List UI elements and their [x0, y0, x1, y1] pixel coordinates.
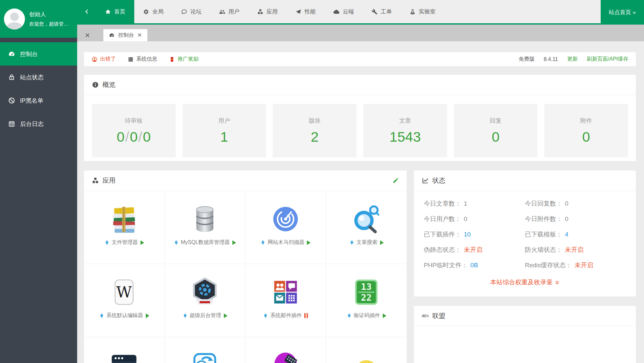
app-name: 系统默认编辑器 — [106, 312, 143, 319]
avatar[interactable] — [4, 9, 25, 30]
topnav-item-apps[interactable]: 应用 — [248, 0, 287, 23]
play-icon — [383, 313, 386, 318]
app-cell-trojan-scanner[interactable]: 网站木马扫描器 — [246, 191, 326, 264]
jian-icon: 简 — [190, 350, 220, 363]
sidebar-item-admin-log[interactable]: 后台日志 — [0, 112, 77, 135]
topnav-item-home[interactable]: 首页 — [96, 0, 134, 23]
cubes-icon — [92, 177, 99, 184]
play-icon — [146, 313, 149, 318]
plug-icon — [260, 240, 266, 245]
card-label: 附件 — [544, 117, 628, 125]
status-label: 今日用户数： — [424, 215, 461, 223]
card-value: 0 — [544, 129, 628, 145]
app-cell-file-manager[interactable]: 文件管理器 — [84, 191, 165, 264]
status-panel-header: 状态 — [414, 171, 636, 191]
edit-apps-button[interactable] — [393, 177, 399, 184]
overview-title: 概览 — [102, 80, 116, 89]
tab-console[interactable]: 控制台 — [103, 29, 147, 41]
status-item-firewall: 防火墙状态：未开启 — [525, 246, 626, 254]
status-value[interactable]: 10 — [464, 231, 471, 238]
topnav-item-label: 用户 — [228, 8, 240, 15]
sidebar-item-console[interactable]: 控制台 — [0, 42, 77, 66]
site-home-button[interactable]: 站点首页 » — [601, 0, 644, 25]
ad-icon: AD — [422, 313, 429, 319]
card-label: 用户 — [182, 117, 266, 125]
toolbar-link-promo-reward[interactable]: 推广奖励 — [169, 56, 199, 63]
apps-panel-header: 应用 — [84, 171, 407, 191]
flask-icon — [410, 9, 416, 15]
status-item-php-temp: PHP临时文件：0B — [424, 261, 525, 270]
topnav-item-cloud[interactable]: 云端 — [325, 0, 363, 23]
overview-card-users[interactable]: 用户1 — [182, 104, 266, 157]
app-cell-default-editor[interactable]: W系统默认编辑器 — [84, 264, 165, 337]
calendar-icon — [8, 120, 15, 127]
toolbar-link-system-info[interactable]: 系统信息 — [128, 56, 157, 63]
topnav-item-forum[interactable]: 论坛 — [172, 0, 210, 23]
status-value: 0 — [565, 200, 569, 207]
overview-card-pending-review[interactable]: 待审核0/0/0 — [92, 104, 176, 157]
app-label-row: MySQL数据库管理器 — [174, 239, 236, 246]
overview-card-replies[interactable]: 回复0 — [454, 104, 538, 157]
close-all-tabs-button[interactable] — [82, 29, 93, 41]
status-item-downloaded-templates: 已下载模板：4 — [525, 230, 626, 239]
plug-icon — [104, 240, 110, 245]
app-label-row: 系统默认编辑器 — [99, 312, 149, 319]
close-icon — [85, 33, 90, 38]
home-icon — [105, 9, 111, 15]
status-label: 今日附件数： — [525, 215, 562, 223]
card-value: 0 — [454, 129, 538, 145]
svg-text:AD: AD — [422, 314, 427, 318]
app-cell-article-search[interactable]: 文章搜索 — [326, 191, 407, 264]
status-label: 今日回复数： — [525, 199, 562, 208]
app-name: 超级后台管理 — [190, 312, 221, 319]
sidebar-item-label: 控制台 — [20, 50, 38, 58]
app-label-row: 系统邮件插件 — [263, 312, 308, 319]
plug-icon — [349, 240, 354, 245]
cloud-icon — [333, 9, 339, 15]
app-cell-app-purple[interactable] — [246, 337, 326, 363]
app-cell-mail-plugin[interactable]: 系统邮件插件 — [246, 264, 326, 337]
captcha-icon: 1322 — [351, 277, 381, 307]
plug-icon — [263, 313, 268, 318]
topnav-item-global[interactable]: 全局 — [134, 0, 172, 23]
toolbar-link-label: 推广奖励 — [178, 56, 199, 63]
topnav-item-lab[interactable]: 实验室 — [401, 0, 444, 23]
site-home-label: 站点首页 » — [609, 9, 636, 16]
svg-text:W: W — [117, 283, 132, 301]
topnav-item-users[interactable]: 用户 — [210, 0, 248, 23]
wrench-icon — [372, 9, 377, 15]
sidebar: 控制台站点状态IP黑名单后台日志 — [0, 38, 77, 363]
app-cell-app-yellow[interactable] — [326, 337, 407, 363]
ad-union-content — [414, 326, 636, 363]
app-cell-mysql-manager[interactable]: MySQL数据库管理器 — [165, 191, 246, 264]
union-title: 联盟 — [432, 312, 445, 320]
status-value[interactable]: 4 — [565, 231, 569, 238]
site-weight-link[interactable]: 本站综合权重及收录量 — [424, 278, 626, 287]
sidebar-item-ip-blacklist[interactable]: IP黑名单 — [0, 89, 77, 112]
tab-close-button[interactable] — [138, 32, 142, 38]
overview-card-forums[interactable]: 版块2 — [273, 104, 356, 157]
update-link[interactable]: 更新 — [567, 56, 578, 63]
sidebar-item-label: 站点状态 — [20, 73, 44, 81]
app-cell-app-jian[interactable]: 简 — [165, 337, 246, 363]
status-value: 未开启 — [565, 246, 584, 254]
purple-keyboard-icon — [270, 350, 301, 363]
topnav-item-performance[interactable]: 性能 — [287, 0, 325, 23]
sidebar-collapse-button[interactable] — [77, 0, 96, 23]
status-item-today-replies: 今日回复数：0 — [525, 199, 626, 208]
card-value: 1543 — [363, 129, 447, 145]
status-value[interactable]: 0B — [470, 262, 478, 269]
chevron-left-icon — [84, 9, 89, 14]
chart-line-icon — [422, 177, 429, 184]
toolbar-link-error[interactable]: 出错了 — [92, 56, 116, 63]
topnav-item-label: 云端 — [343, 8, 354, 15]
app-cell-app-browser[interactable] — [84, 337, 165, 363]
app-cell-super-admin[interactable]: 超级后台管理 — [165, 264, 246, 337]
status-item-today-attachments: 今日附件数：0 — [525, 215, 626, 223]
sidebar-item-site-status[interactable]: 站点状态 — [0, 66, 77, 89]
refresh-cache-link[interactable]: 刷新页面/API缓存 — [587, 56, 628, 63]
overview-card-posts[interactable]: 文章1543 — [363, 104, 447, 157]
topnav-item-ticket[interactable]: 工单 — [363, 0, 401, 23]
overview-card-attachments[interactable]: 附件0 — [544, 104, 628, 157]
app-cell-captcha-plugin[interactable]: 1322验证码插件 — [326, 264, 407, 337]
